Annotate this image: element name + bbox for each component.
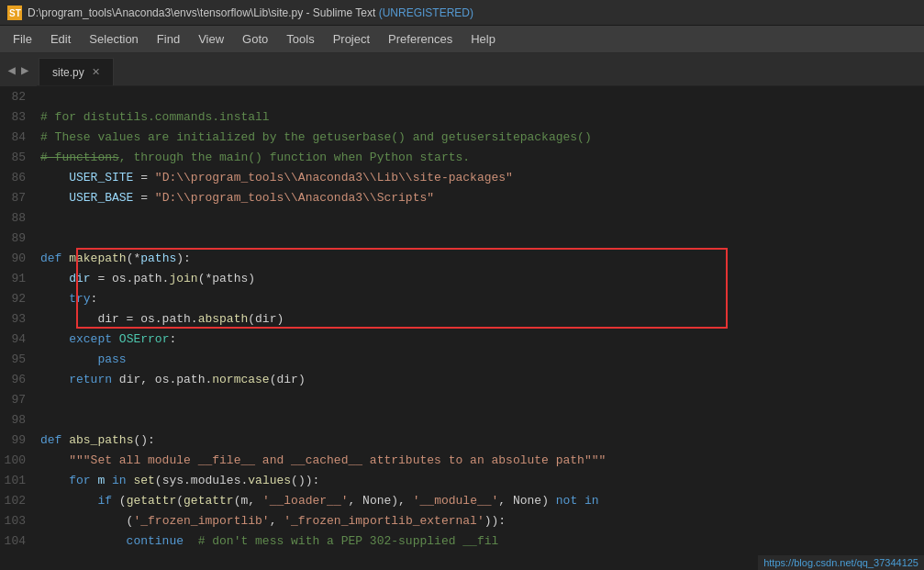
line-content: continue # don't mess with a PEP 302-sup… <box>37 534 924 548</box>
menu-edit[interactable]: Edit <box>41 28 80 50</box>
line-number: 100 <box>0 453 37 467</box>
line-number: 86 <box>0 171 37 184</box>
code-editor[interactable]: 8283# for distutils.commands.install84# … <box>0 86 924 570</box>
code-line-97: 97 <box>0 389 924 409</box>
menu-selection[interactable]: Selection <box>80 28 147 50</box>
code-line-88: 88 <box>0 207 924 228</box>
line-content: USER_SITE = "D:\\program_tools\\Anaconda… <box>37 171 924 184</box>
title-text: D:\program_tools\Anaconda3\envs\tensorfl… <box>28 6 473 19</box>
line-number: 82 <box>0 90 37 104</box>
menu-goto[interactable]: Goto <box>233 28 277 50</box>
code-line-93: 93 dir = os.path.abspath(dir) <box>0 308 924 329</box>
line-number: 85 <box>0 151 37 164</box>
code-line-95: 95 pass <box>0 349 924 369</box>
code-line-85: 85# functions, through the main() functi… <box>0 147 924 167</box>
title-bar: ST D:\program_tools\Anaconda3\envs\tenso… <box>0 0 924 26</box>
code-line-100: 100 """Set all module __file__ and __cac… <box>0 450 924 470</box>
line-number: 101 <box>0 474 37 487</box>
line-content: # for distutils.commands.install <box>37 110 924 124</box>
code-line-98: 98 <box>0 409 924 430</box>
line-number: 102 <box>0 494 37 508</box>
line-content: pass <box>37 352 924 366</box>
menu-file[interactable]: File <box>4 28 41 50</box>
line-number: 98 <box>0 413 37 427</box>
line-content: if (getattr(getattr(m, '__loader__', Non… <box>37 494 924 508</box>
line-content: # functions, through the main() function… <box>37 151 924 164</box>
main-content: 8283# for distutils.commands.install84# … <box>0 86 924 570</box>
line-content: dir = os.path.join(*paths) <box>37 272 924 285</box>
nav-back-button[interactable]: ◀ <box>6 61 18 80</box>
menu-find[interactable]: Find <box>148 28 189 50</box>
line-number: 89 <box>0 231 37 245</box>
line-number: 95 <box>0 352 37 366</box>
line-content: USER_BASE = "D:\\program_tools\\Anaconda… <box>37 191 924 205</box>
code-line-83: 83# for distutils.commands.install <box>0 106 924 127</box>
line-content: def makepath(*paths): <box>37 251 924 265</box>
menu-view[interactable]: View <box>189 28 233 50</box>
menu-project[interactable]: Project <box>324 28 379 50</box>
menu-preferences[interactable]: Preferences <box>379 28 462 50</box>
line-number: 87 <box>0 191 37 205</box>
tab-site-py[interactable]: site.py ✕ <box>39 58 114 85</box>
line-number: 88 <box>0 211 37 225</box>
line-content: return dir, os.path.normcase(dir) <box>37 373 924 386</box>
line-number: 83 <box>0 110 37 124</box>
code-line-102: 102 if (getattr(getattr(m, '__loader__',… <box>0 490 924 510</box>
code-line-103: 103 ('_frozen_importlib', '_frozen_impor… <box>0 510 924 531</box>
app-icon: ST <box>7 6 22 20</box>
code-line-104: 104 continue # don't mess with a PEP 302… <box>0 531 924 551</box>
line-content: try: <box>37 292 924 306</box>
line-content: ('_frozen_importlib', '_frozen_importlib… <box>37 514 924 528</box>
menu-help[interactable]: Help <box>462 28 505 50</box>
code-line-101: 101 for m in set(sys.modules.values()): <box>0 470 924 490</box>
line-content: def abs_paths(): <box>37 433 924 447</box>
menu-bar: File Edit Selection Find View Goto Tools… <box>0 26 924 53</box>
code-line-89: 89 <box>0 228 924 248</box>
line-content: # These values are initialized by the ge… <box>37 130 924 144</box>
line-content: """Set all module __file__ and __cached_… <box>37 453 924 467</box>
tab-label: site.py <box>52 66 84 79</box>
line-number: 96 <box>0 373 37 386</box>
code-line-92: 92 try: <box>0 288 924 308</box>
line-number: 92 <box>0 292 37 306</box>
line-content: except OSError: <box>37 332 924 346</box>
svg-text:ST: ST <box>9 8 21 18</box>
code-line-94: 94 except OSError: <box>0 329 924 349</box>
code-line-96: 96 return dir, os.path.normcase(dir) <box>0 369 924 389</box>
line-number: 91 <box>0 272 37 285</box>
code-line-91: 91 dir = os.path.join(*paths) <box>0 268 924 288</box>
line-number: 97 <box>0 393 37 407</box>
line-content: for m in set(sys.modules.values()): <box>37 474 924 487</box>
line-number: 90 <box>0 251 37 265</box>
url-watermark: https://blog.csdn.net/qq_37344125 <box>758 555 924 570</box>
code-line-99: 99def abs_paths(): <box>0 430 924 450</box>
line-number: 103 <box>0 514 37 528</box>
line-content: dir = os.path.abspath(dir) <box>37 312 924 326</box>
line-number: 84 <box>0 130 37 144</box>
line-number: 93 <box>0 312 37 326</box>
code-line-86: 86 USER_SITE = "D:\\program_tools\\Anaco… <box>0 167 924 187</box>
code-line-84: 84# These values are initialized by the … <box>0 127 924 147</box>
line-number: 94 <box>0 332 37 346</box>
menu-tools[interactable]: Tools <box>277 28 323 50</box>
code-line-87: 87 USER_BASE = "D:\\program_tools\\Anaco… <box>0 187 924 207</box>
code-line-90: 90def makepath(*paths): <box>0 248 924 268</box>
tab-close-button[interactable]: ✕ <box>92 66 100 78</box>
code-line-82: 82 <box>0 86 924 106</box>
line-number: 104 <box>0 534 37 548</box>
line-number: 99 <box>0 433 37 447</box>
nav-forward-button[interactable]: ▶ <box>18 61 31 80</box>
